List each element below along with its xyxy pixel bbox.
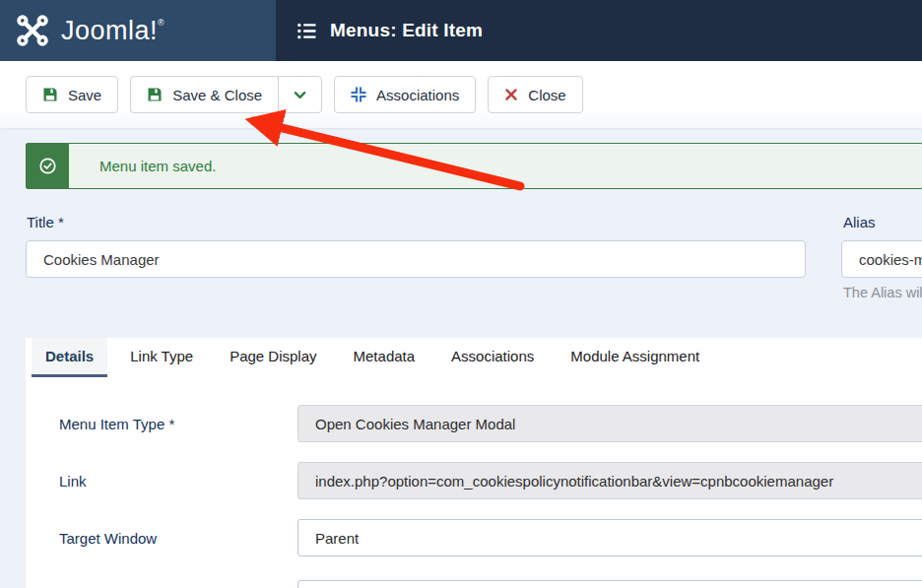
success-alert: Menu item saved. [26, 143, 922, 189]
admin-header: Joomla!® Menus: Edit Item [0, 0, 922, 61]
alias-help-text: The Alias will [843, 285, 922, 300]
link-label: Link [59, 473, 87, 490]
tab-module-assignment[interactable]: Module Assignment [557, 338, 713, 377]
menu-item-type-label: Menu Item Type * [59, 416, 174, 432]
associations-button[interactable]: Associations [334, 76, 476, 113]
save-button-label: Save [68, 87, 101, 103]
associations-button-label: Associations [376, 87, 459, 103]
registered-mark: ® [158, 18, 165, 28]
link-row: Link index.php?option=com_cookiespolicyn… [26, 462, 922, 499]
alert-message: Menu item saved. [69, 144, 216, 188]
check-circle-icon [38, 157, 57, 175]
menu-item-type-row: Menu Item Type * Open Cookies Manager Mo… [26, 405, 922, 442]
target-window-label: Target Window [59, 530, 157, 547]
menu-list-icon [296, 21, 317, 41]
close-button-label: Close [528, 87, 565, 103]
save-floppy-icon [42, 87, 58, 102]
tab-details[interactable]: Details [32, 338, 107, 377]
title-input[interactable] [26, 240, 806, 278]
page-title-bar: Menus: Edit Item [276, 0, 922, 61]
alert-badge [26, 143, 69, 189]
target-window-row: Target Window Parent [26, 519, 922, 556]
tab-link-type[interactable]: Link Type [116, 338, 207, 377]
close-button[interactable]: Close [488, 76, 582, 113]
next-field-partial[interactable] [297, 580, 922, 588]
close-x-icon [504, 88, 518, 101]
edit-item-card: Details Link Type Page Display Metadata … [26, 338, 922, 588]
toolbar: Save Save & Close [0, 61, 922, 128]
save-button[interactable]: Save [26, 76, 118, 113]
associations-compress-icon [351, 87, 366, 102]
target-window-select[interactable]: Parent [297, 519, 922, 556]
link-field: index.php?option=com_cookiespolicynotifi… [297, 462, 922, 499]
save-and-close-label: Save & Close [172, 87, 262, 103]
joomla-brand[interactable]: Joomla!® [0, 0, 276, 61]
joomla-logo-icon [15, 13, 50, 48]
save-floppy-icon [147, 87, 163, 102]
brand-wordmark: Joomla!® [61, 18, 165, 44]
chevron-down-icon [293, 88, 307, 102]
save-close-button-group: Save & Close [130, 76, 322, 113]
page-title: Menus: Edit Item [330, 20, 483, 41]
menu-item-type-field: Open Cookies Manager Modal [297, 405, 922, 442]
alias-input[interactable] [841, 240, 922, 278]
tab-bar: Details Link Type Page Display Metadata … [26, 338, 922, 377]
next-field-row [26, 580, 922, 588]
save-and-close-button[interactable]: Save & Close [130, 76, 278, 113]
tab-associations[interactable]: Associations [437, 338, 548, 377]
tab-page-display[interactable]: Page Display [216, 338, 330, 377]
tab-metadata[interactable]: Metadata [340, 338, 429, 377]
alias-label: Alias [843, 214, 876, 230]
save-options-dropdown-toggle[interactable] [278, 76, 322, 113]
title-label: Title * [27, 214, 64, 230]
